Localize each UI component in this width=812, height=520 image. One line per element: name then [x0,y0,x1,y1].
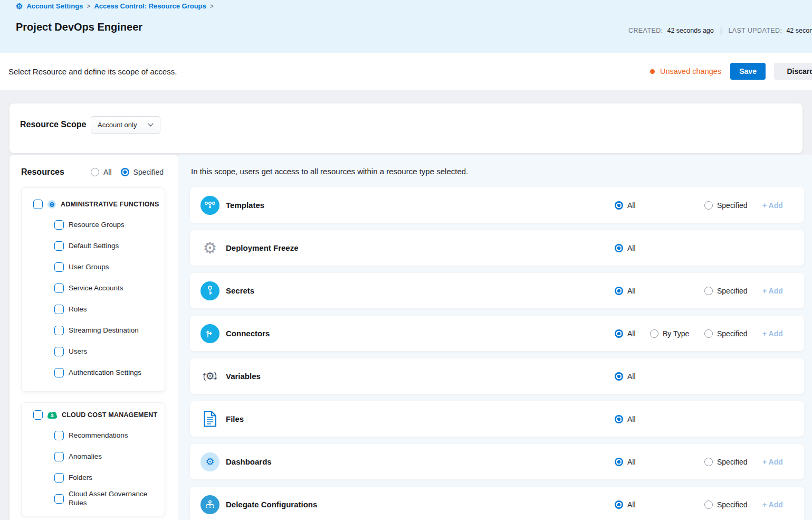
option-all[interactable]: All [615,201,650,210]
toolbar-description: Select Resource and define its scope of … [8,67,177,76]
radio-circle-icon[interactable] [704,201,713,210]
item-label: Authentication Settings [69,368,159,377]
created-label: CREATED: [628,27,663,34]
item-checkbox[interactable] [54,473,64,483]
item-checkbox[interactable] [54,431,64,440]
radio-circle-icon[interactable] [615,500,623,509]
resource-row-templates: Templates All Specified + Add [190,187,804,223]
option-by-type[interactable]: By Type [650,329,704,338]
item-checkbox[interactable] [54,326,64,335]
radio-circle-icon[interactable] [615,244,623,252]
option-all[interactable]: All [615,244,650,252]
item-checkbox[interactable] [54,220,64,230]
option-by-type-label: By Type [663,329,689,338]
radio-resources-specified[interactable]: Specified [121,168,164,176]
option-specified[interactable]: Specified [704,500,762,509]
option-all[interactable]: All [615,500,650,509]
last-updated-value: 42 seconds ago [786,27,812,34]
group-name: CLOUD COST MANAGEMENT [62,411,157,419]
item-checkbox[interactable] [54,305,64,314]
item-checkbox[interactable] [54,241,64,251]
timestamps: CREATED: 42 seconds ago | LAST UPDATED: … [628,26,812,35]
item-label: User Groups [69,263,159,272]
option-specified-label: Specified [717,329,748,338]
breadcrumb-resource-groups[interactable]: Access Control: Resource Groups [94,2,206,10]
radio-circle-icon[interactable] [615,201,623,210]
option-all[interactable]: All [615,372,650,381]
radio-circle-icon[interactable] [615,372,623,381]
option-all-label: All [627,415,636,423]
item-checkbox[interactable] [54,347,64,356]
group-checkbox[interactable] [33,410,43,420]
radio-circle-icon[interactable] [704,500,713,509]
option-all-label: All [627,500,636,509]
item-label: Roles [69,305,159,314]
add-button[interactable]: + Add [762,287,783,295]
item-checkbox[interactable] [54,368,64,377]
option-specified-label: Specified [717,500,748,509]
option-all-label: All [627,201,636,210]
settings-gear-icon: ⚙ [16,2,23,10]
save-button[interactable]: Save [730,63,766,80]
radio-circle-icon[interactable] [704,458,713,466]
resource-row-name: Connectors [226,329,270,338]
sidebar-item-streaming-destination: Streaming Destination [22,320,165,341]
item-checkbox[interactable] [54,262,64,272]
resource-row-secrets: Secrets All Specified + Add [190,273,804,308]
resource-row-name: Templates [226,201,264,210]
resource-row-variables: ⚙ Variables All [190,358,804,394]
discard-button[interactable]: Discard [774,63,812,80]
option-specified[interactable]: Specified [704,458,762,466]
option-specified[interactable]: Specified [704,287,762,295]
option-specified[interactable]: Specified [704,329,762,338]
add-button[interactable]: + Add [762,329,783,338]
toolbar-actions: Unsaved changes Save Discard [650,63,812,80]
option-specified-label: Specified [717,458,748,466]
item-checkbox[interactable] [54,494,64,504]
option-all-label: All [627,458,636,466]
unsaved-changes-status: Unsaved changes [650,67,721,75]
radio-circle-icon[interactable] [91,168,99,176]
scope-description: In this scope, users get access to all r… [191,167,468,176]
option-specified-label: Specified [717,287,748,295]
resources-title: Resources [21,167,64,177]
group-checkbox[interactable] [33,200,43,209]
item-checkbox[interactable] [54,283,64,293]
dashboards-icon: ⚙ [200,452,219,471]
item-label: Resource Groups [69,221,159,230]
radio-circle-icon[interactable] [615,329,623,338]
option-all-label: All [627,372,636,381]
sidebar-item-authentication-settings: Authentication Settings [22,362,165,383]
option-all[interactable]: All [615,458,650,466]
option-specified[interactable]: Specified [704,201,762,210]
item-label: Service Accounts [69,284,159,293]
radio-circle-icon[interactable] [121,168,129,176]
radio-circle-icon[interactable] [615,458,623,466]
radio-circle-icon[interactable] [615,287,623,295]
item-label: Anomalies [69,452,159,461]
option-all[interactable]: All [615,287,650,295]
secrets-icon [200,281,219,300]
breadcrumb-account-settings[interactable]: Account Settings [26,2,83,10]
radio-resources-all[interactable]: All [91,168,112,176]
option-all[interactable]: All [615,415,650,423]
add-button[interactable]: + Add [762,458,783,466]
radio-circle-icon[interactable] [704,329,713,338]
option-all[interactable]: All [615,329,650,338]
add-button[interactable]: + Add [762,201,783,210]
radio-circle-icon[interactable] [704,287,713,295]
add-button[interactable]: + Add [762,500,783,509]
sidebar-item-cloud-asset-governance-rules: Cloud Asset Governance Rules [22,488,165,509]
radio-circle-icon[interactable] [615,415,623,423]
created-value: 42 seconds ago [667,27,713,34]
resource-scope-dropdown[interactable]: Account only [91,116,160,134]
radio-circle-icon[interactable] [650,329,658,338]
resource-row-name: Dashboards [226,457,272,466]
sidebar-item-users: Users [22,341,165,362]
resource-row-name: Delegate Configurations [226,500,317,509]
files-icon [200,410,219,429]
item-checkbox[interactable] [54,452,64,461]
sidebar-item-user-groups: User Groups [22,257,165,278]
resource-scope-card: Resource Scope Account only [9,103,803,153]
page-header-banner: ⚙ Account Settings > Access Control: Res… [0,0,812,53]
